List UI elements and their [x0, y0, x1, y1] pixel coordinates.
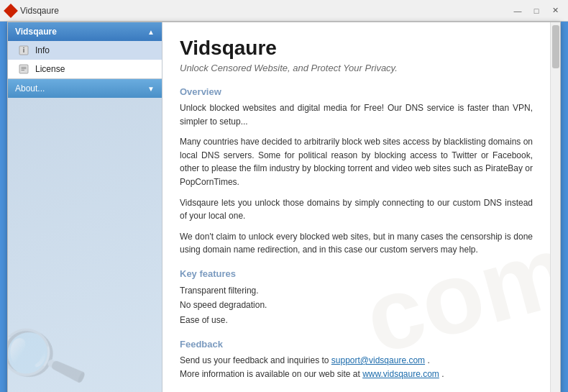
overview-para-2: Many countries have decided to arbitrari…	[180, 135, 533, 188]
feedback-email-link[interactable]: support@vidsqaure.com	[331, 355, 425, 365]
sidebar-watermark-text: 🔍	[8, 310, 92, 392]
sidebar-section-vidsqaure: Vidsqaure ▲ Info	[8, 22, 162, 79]
feature-item-3: Ease of use.	[180, 313, 533, 327]
main-content-inner: Vidsqaure Unlock Censored Website, and P…	[180, 37, 533, 381]
sidebar-item-info-label: Info	[35, 45, 50, 55]
overview-para-3: Vidsqaure lets you unlock those domains …	[180, 196, 533, 223]
scrollbar-track[interactable]	[550, 22, 560, 392]
app-diamond-icon	[4, 4, 18, 18]
svg-point-2	[23, 47, 24, 49]
overview-heading: Overview	[180, 86, 533, 97]
sidebar-about-header[interactable]: About... ▼	[8, 79, 162, 98]
features-list: Transparent filtering. No speed degradat…	[180, 283, 533, 327]
sidebar-item-license[interactable]: License	[8, 60, 162, 78]
feedback-line-2: More information is available on our web…	[180, 368, 533, 381]
sidebar-section-header-vidsqaure[interactable]: Vidsqaure ▲	[8, 22, 162, 41]
main-panel: com Vidsqaure Unlock Censored Website, a…	[162, 22, 550, 392]
app-window: Vidsqaure ▲ Info	[7, 22, 561, 392]
minimize-button[interactable]: —	[510, 4, 525, 18]
app-tagline: Unlock Censored Website, and Protect You…	[180, 63, 533, 73]
window-title: Vidsqaure	[20, 6, 510, 16]
feature-item-1: Transparent filtering.	[180, 283, 533, 298]
feature-item-2: No speed degradation.	[180, 298, 533, 312]
sidebar: Vidsqaure ▲ Info	[8, 22, 162, 392]
svg-rect-3	[19, 65, 28, 73]
feedback-url-pre-text: More information is available on our web…	[180, 369, 362, 379]
license-icon	[18, 63, 29, 75]
feedback-url-link[interactable]: www.vidsqaure.com	[362, 369, 439, 379]
sidebar-chevron-up-icon: ▲	[147, 28, 155, 36]
scrollbar-thumb[interactable]	[552, 25, 559, 68]
main-content: com Vidsqaure Unlock Censored Website, a…	[162, 22, 550, 392]
sidebar-chevron-down-icon: ▼	[147, 85, 155, 93]
sidebar-section-label: Vidsqaure	[15, 27, 57, 37]
feedback-pre-text: Send us your feedback and inquiries to	[180, 355, 331, 365]
info-icon	[18, 45, 29, 56]
feedback-heading: Feedback	[180, 339, 533, 350]
maximize-button[interactable]: □	[529, 4, 544, 18]
sidebar-about-label: About...	[15, 83, 45, 94]
feedback-url-post-text: .	[439, 369, 444, 379]
sidebar-item-info[interactable]: Info	[8, 41, 162, 60]
sidebar-item-license-label: License	[35, 64, 65, 74]
key-features-heading: Key features	[180, 268, 533, 279]
feedback-line-1: Send us your feedback and inquiries to s…	[180, 354, 533, 368]
content-area: Vidsqaure ▲ Info	[8, 22, 560, 392]
app-name-heading: Vidsqaure	[180, 37, 533, 60]
close-button[interactable]: ✕	[548, 4, 562, 18]
sidebar-watermark-area: 🔍	[8, 98, 162, 392]
overview-para-1: Unlock blocked websites and digital medi…	[180, 101, 533, 128]
window-controls: — □ ✕	[510, 4, 562, 18]
title-bar: Vidsqaure — □ ✕	[0, 0, 568, 22]
feedback-post-text: .	[425, 355, 430, 365]
overview-para-4: We don't claim to unlock every blocked w…	[180, 230, 533, 257]
